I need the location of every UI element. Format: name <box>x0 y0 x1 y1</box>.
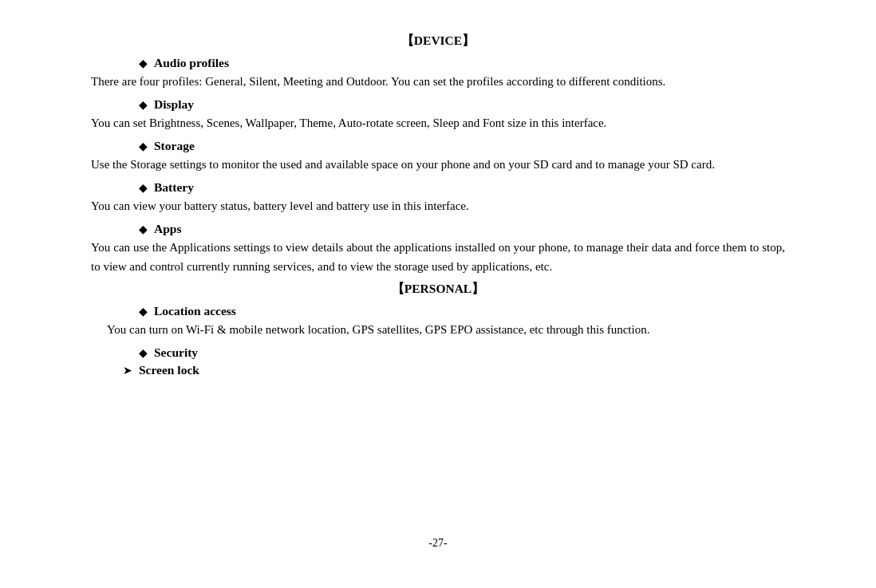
location-access-label: Location access <box>154 304 236 318</box>
bullet-diamond-icon: ◆ <box>139 57 148 70</box>
battery-text: You can view your battery status, batter… <box>91 196 785 215</box>
screen-lock-label: Screen lock <box>139 363 199 377</box>
audio-profiles-label: Audio profiles <box>154 56 229 70</box>
bullet-diamond-icon: ◆ <box>139 346 148 360</box>
device-header-text: 【DEVICE】 <box>401 34 475 47</box>
page-number: -27- <box>91 537 785 550</box>
security-heading: ◆ Security <box>139 345 785 360</box>
personal-section-header: 【PERSONAL】 <box>91 281 785 298</box>
bullet-diamond-icon: ◆ <box>139 98 148 112</box>
location-access-text: You can turn on Wi-Fi & mobile network l… <box>107 320 785 339</box>
security-label: Security <box>154 345 198 360</box>
screen-lock-heading: ➤ Screen lock <box>123 363 785 377</box>
display-text: You can set Brightness, Scenes, Wallpape… <box>91 113 785 132</box>
personal-header-text: 【PERSONAL】 <box>392 282 484 295</box>
storage-label: Storage <box>154 139 195 153</box>
storage-heading: ◆ Storage <box>139 139 785 153</box>
audio-profiles-heading: ◆ Audio profiles <box>139 56 785 70</box>
arrow-right-icon: ➤ <box>123 364 132 377</box>
apps-label: Apps <box>154 222 181 236</box>
battery-label: Battery <box>154 180 194 195</box>
page-number-text: -27- <box>428 537 447 549</box>
device-section-header: 【DEVICE】 <box>91 33 785 49</box>
location-access-heading: ◆ Location access <box>139 304 785 318</box>
page-container: 【DEVICE】 ◆ Audio profiles There are four… <box>59 15 817 574</box>
battery-heading: ◆ Battery <box>139 180 785 195</box>
apps-heading: ◆ Apps <box>139 222 785 236</box>
storage-text: Use the Storage settings to monitor the … <box>91 155 785 174</box>
content-area: 【DEVICE】 ◆ Audio profiles There are four… <box>91 31 785 529</box>
apps-text: You can use the Applications settings to… <box>91 238 785 276</box>
bullet-diamond-icon: ◆ <box>139 140 148 153</box>
display-label: Display <box>154 97 194 112</box>
bullet-diamond-icon: ◆ <box>139 223 148 236</box>
bullet-diamond-icon: ◆ <box>139 305 148 318</box>
display-heading: ◆ Display <box>139 97 785 112</box>
bullet-diamond-icon: ◆ <box>139 181 148 195</box>
audio-profiles-text: There are four profiles: General, Silent… <box>91 72 785 91</box>
